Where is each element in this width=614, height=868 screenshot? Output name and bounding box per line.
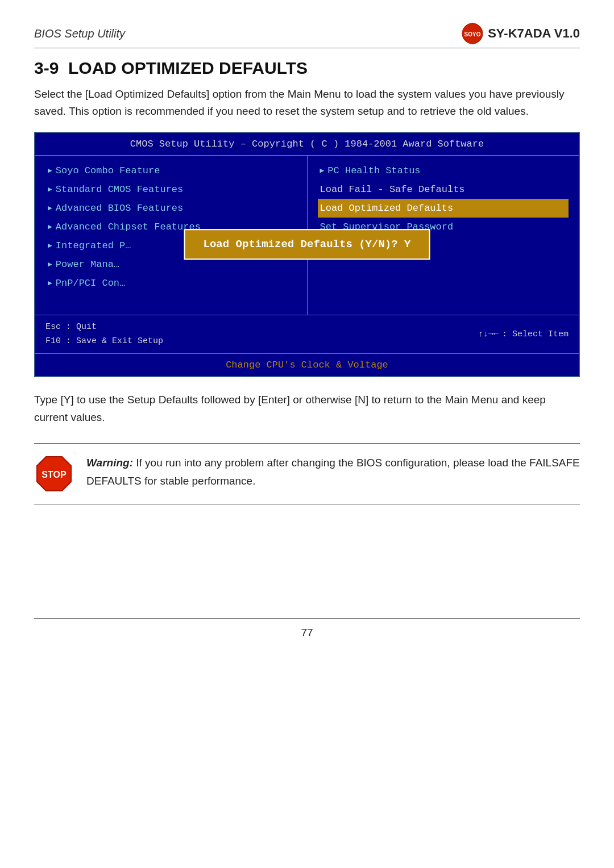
arrow-icon: ▶ [320,166,325,175]
bios-screen: CMOS Setup Utility – Copyright ( C ) 198… [34,132,580,377]
menu-item-load-fail-safe[interactable]: Load Fail - Safe Defaults [318,180,569,199]
bios-dialog-box[interactable]: Load Optimized Defaults (Y/N)? Y [184,229,430,260]
section-heading: 3-9 LOAD OPTIMIZED DEFAULTS [34,59,580,78]
warning-text-block: Warning: If you run into any problem aft… [86,454,580,490]
arrow-icon: ▶ [48,222,52,231]
menu-item-standard-cmos[interactable]: ▶ Standard CMOS Features [45,180,297,199]
bios-bottom-bar: Change CPU's Clock & Voltage [35,353,579,376]
arrow-icon: ▶ [48,185,52,194]
warning-bold-label: Warning: [86,457,133,469]
nav-label: : Select Item [502,329,569,339]
arrow-icon: ▶ [48,260,52,269]
menu-item-pc-health[interactable]: ▶ PC Health Status [318,161,569,180]
svg-text:SOYO: SOYO [464,31,481,37]
page-footer: 77 [34,618,580,639]
stop-sign-icon: STOP [34,454,74,494]
arrow-icon: ▶ [48,278,52,287]
bios-main-area: ▶ Soyo Combo Feature ▶ Standard CMOS Fea… [35,156,579,315]
arrow-icon: ▶ [48,166,52,175]
page-number-area: 77 [34,618,580,639]
bios-title-bar: CMOS Setup Utility – Copyright ( C ) 198… [35,133,579,156]
footer-f10: F10 : Save & Exit Setup [45,334,163,349]
menu-item-pnp[interactable]: ▶ PnP/PCI Con… [45,274,297,293]
bios-footer-nav: ↑↓→← : Select Item [478,329,569,339]
body-text: Type [Y] to use the Setup Defaults follo… [34,391,580,427]
page-number: 77 [301,627,313,639]
menu-item-load-optimized[interactable]: Load Optimized Defaults [318,199,569,218]
svg-text:STOP: STOP [42,470,67,479]
arrow-icon: ▶ [48,241,52,250]
warning-body: If you run into any problem after changi… [86,457,580,486]
footer-esc: Esc : Quit [45,320,163,335]
arrow-icon: ▶ [48,203,52,212]
bios-setup-utility-label: BIOS Setup Utility [34,27,125,40]
nav-arrows: ↑↓→← [478,329,499,339]
bios-footer: Esc : Quit F10 : Save & Exit Setup ↑↓→← … [35,315,579,353]
product-name: SY-K7ADA V1.0 [488,26,580,41]
warning-section: STOP Warning: If you run into any proble… [34,443,580,504]
bios-footer-keys: Esc : Quit F10 : Save & Exit Setup [45,320,163,349]
menu-item-advanced-bios[interactable]: ▶ Advanced BIOS Features [45,199,297,218]
menu-item-soyo-combo[interactable]: ▶ Soyo Combo Feature [45,161,297,180]
product-logo: SOYO SY-K7ADA V1.0 [462,23,580,44]
dialog-text: Load Optimized Defaults (Y/N)? Y [204,238,411,251]
page-header: BIOS Setup Utility SOYO SY-K7ADA V1.0 [34,23,580,48]
soyo-logo-icon: SOYO [462,23,483,44]
section-intro-text: Select the [Load Optimized Defaults] opt… [34,86,580,120]
